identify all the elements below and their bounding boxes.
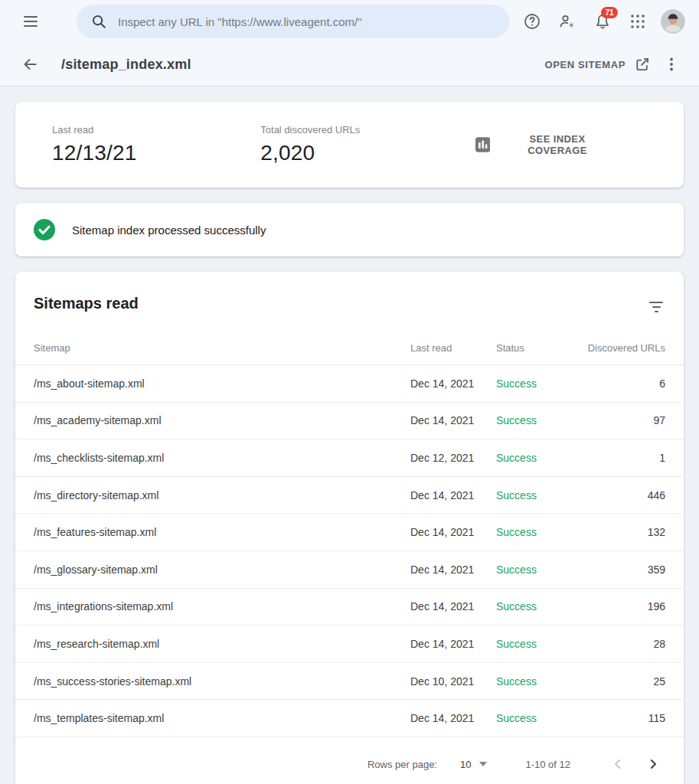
pagination-bar: Rows per page: 10 1-10 of 12 [15, 744, 684, 784]
check-circle-icon [34, 219, 55, 240]
status-cell: Success [496, 564, 575, 576]
hamburger-icon [24, 16, 38, 27]
open-sitemap-label: OPEN SITEMAP [545, 59, 626, 70]
last-read-cell: Dec 14, 2021 [410, 489, 496, 501]
search-icon [90, 13, 107, 30]
table-row[interactable]: /ms_research-sitemap.xml Dec 14, 2021 Su… [15, 626, 684, 663]
filter-button[interactable] [641, 292, 671, 322]
sitemap-cell[interactable]: /ms_success-stories-sitemap.xml [34, 675, 410, 688]
more-options-button[interactable] [656, 49, 687, 80]
last-read-cell: Dec 14, 2021 [410, 526, 496, 538]
topbar: 71 [0, 0, 699, 43]
chevron-right-icon [645, 756, 661, 772]
notifications-badge: 71 [601, 7, 618, 18]
topbar-icons: 71 [517, 6, 688, 37]
next-page-button[interactable] [638, 749, 668, 779]
column-header-discovered-urls[interactable]: Discovered URLs [575, 342, 665, 354]
discovered-urls-cell: 196 [575, 600, 665, 612]
total-urls-label: Total discovered URLs [260, 124, 469, 136]
column-header-sitemap[interactable]: Sitemap [34, 342, 410, 354]
help-icon [523, 12, 541, 31]
table-row[interactable]: /ms_about-sitemap.xml Dec 14, 2021 Succe… [15, 365, 684, 403]
table-title: Sitemaps read [34, 292, 139, 312]
sitemaps-table-card: Sitemaps read Sitemap Last read Status D… [15, 272, 684, 784]
discovered-urls-cell: 28 [575, 638, 665, 650]
last-read-cell: Dec 14, 2021 [410, 377, 496, 390]
status-banner: Sitemap index processed successfully [15, 203, 684, 256]
account-button[interactable] [658, 6, 688, 37]
discovered-urls-cell: 446 [575, 489, 665, 501]
avatar [661, 9, 685, 34]
last-read-cell: Dec 14, 2021 [410, 712, 496, 724]
table-row[interactable]: /ms_templates-sitemap.xml Dec 14, 2021 S… [15, 700, 684, 737]
summary-card: Last read 12/13/21 Total discovered URLs… [15, 102, 684, 188]
table-row[interactable]: /ms_academy-sitemap.xml Dec 14, 2021 Suc… [15, 403, 684, 440]
discovered-urls-cell: 97 [575, 414, 665, 426]
sitemap-cell[interactable]: /ms_academy-sitemap.xml [34, 414, 410, 426]
table-title-row: Sitemaps read [15, 272, 684, 332]
rows-per-page-label: Rows per page: [367, 759, 437, 770]
see-index-coverage-label: SEE INDEX COVERAGE [500, 133, 615, 156]
table-row[interactable]: /ms_integrations-sitemap.xml Dec 14, 202… [15, 589, 684, 626]
status-cell: Success [496, 712, 575, 724]
table-row[interactable]: /ms_directory-sitemap.xml Dec 14, 2021 S… [15, 477, 684, 514]
search-input[interactable] [118, 15, 495, 28]
previous-page-button[interactable] [603, 749, 633, 779]
apps-grid-icon [630, 14, 645, 29]
last-read-cell: Dec 14, 2021 [410, 638, 496, 650]
filter-icon [649, 302, 663, 312]
sitemap-cell[interactable]: /ms_research-sitemap.xml [34, 638, 410, 650]
total-urls-value: 2,020 [260, 141, 469, 165]
url-inspection-searchbox[interactable] [77, 5, 509, 38]
status-cell: Success [496, 675, 575, 688]
dropdown-caret-icon [479, 762, 487, 766]
status-cell: Success [496, 638, 575, 650]
content-area: Last read 12/13/21 Total discovered URLs… [0, 87, 699, 784]
table-body: /ms_about-sitemap.xml Dec 14, 2021 Succe… [15, 365, 684, 737]
rows-per-page-select[interactable]: 10 [460, 759, 487, 770]
menu-button[interactable] [15, 6, 46, 37]
column-header-last-read[interactable]: Last read [410, 342, 496, 354]
discovered-urls-cell: 115 [575, 712, 665, 724]
table-row[interactable]: /ms_checklists-sitemap.xml Dec 12, 2021 … [15, 439, 684, 477]
help-button[interactable] [517, 6, 547, 37]
user-settings-icon [558, 12, 577, 31]
sitemap-cell[interactable]: /ms_features-sitemap.xml [34, 526, 410, 538]
last-read-value: 12/13/21 [52, 141, 260, 165]
user-settings-button[interactable] [552, 6, 583, 37]
last-read-stat: Last read 12/13/21 [52, 124, 260, 165]
chevron-left-icon [610, 756, 626, 772]
status-banner-message: Sitemap index processed successfully [72, 224, 266, 237]
see-index-coverage-button[interactable]: SEE INDEX COVERAGE [469, 127, 621, 162]
status-cell: Success [496, 377, 575, 390]
table-row[interactable]: /ms_features-sitemap.xml Dec 14, 2021 Su… [15, 514, 684, 551]
bar-chart-icon [475, 137, 490, 152]
table-row[interactable]: /ms_glossary-sitemap.xml Dec 14, 2021 Su… [15, 551, 684, 589]
discovered-urls-cell: 132 [575, 526, 665, 538]
kebab-menu-icon [662, 55, 681, 74]
sitemap-cell[interactable]: /ms_glossary-sitemap.xml [34, 564, 410, 576]
sitemap-cell[interactable]: /ms_checklists-sitemap.xml [34, 452, 410, 464]
last-read-cell: Dec 12, 2021 [410, 452, 496, 464]
back-button[interactable] [15, 49, 46, 80]
total-urls-stat: Total discovered URLs 2,020 [260, 124, 469, 165]
table-row[interactable]: /ms_success-stories-sitemap.xml Dec 10, … [15, 663, 684, 701]
sitemap-cell[interactable]: /ms_integrations-sitemap.xml [34, 600, 410, 612]
back-arrow-icon [21, 55, 40, 74]
status-cell: Success [496, 526, 575, 538]
page-title: /sitemap_index.xml [61, 57, 191, 73]
status-cell: Success [496, 600, 575, 612]
sitemap-cell[interactable]: /ms_directory-sitemap.xml [34, 489, 410, 501]
pagination-range: 1-10 of 12 [525, 759, 570, 770]
external-link-icon [635, 57, 650, 72]
table-header-row: Sitemap Last read Status Discovered URLs [15, 332, 684, 365]
last-read-cell: Dec 14, 2021 [410, 564, 496, 576]
column-header-status[interactable]: Status [496, 342, 575, 354]
open-sitemap-button[interactable]: OPEN SITEMAP [539, 51, 656, 78]
status-cell: Success [496, 489, 575, 501]
sitemap-cell[interactable]: /ms_templates-sitemap.xml [34, 712, 410, 724]
apps-button[interactable] [622, 6, 653, 37]
notifications-button[interactable]: 71 [587, 6, 618, 37]
sitemap-cell[interactable]: /ms_about-sitemap.xml [34, 377, 410, 390]
status-cell: Success [496, 452, 575, 464]
